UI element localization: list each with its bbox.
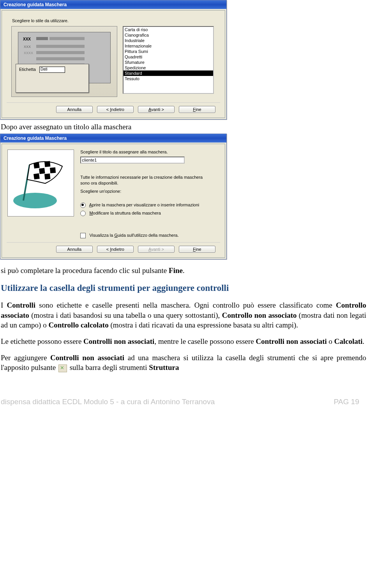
next-button[interactable]: Avanti >	[138, 106, 175, 113]
paragraph-controls: I Controlli sono etichette e caselle pre…	[0, 296, 374, 332]
finish-flag-image	[7, 150, 74, 217]
opt1-text: prire la maschera per visualizzare o ins…	[92, 202, 199, 207]
help-checkbox[interactable]: Visualizza la Guida sull'utilizzo della …	[80, 232, 220, 238]
choose-text: Scegliere un'opzione:	[80, 188, 220, 194]
dialog-title: Creazione guidata Maschera	[0, 134, 226, 143]
help-text: Visualizza la Guida sull'utilizzo della …	[89, 233, 178, 238]
radio-icon	[80, 202, 86, 208]
wizard-dialog-style: Creazione guidata Maschera Scegliere lo …	[0, 0, 227, 120]
dialog-instruction: Scegliere lo stile da utilizzare.	[7, 14, 220, 25]
wizard-dialog-title: Creazione guidata Maschera	[0, 134, 227, 259]
style-option[interactable]: Spedizione	[123, 65, 213, 70]
footer-right: PAG 19	[334, 398, 359, 406]
next-button: Avanti >	[138, 246, 175, 253]
style-option[interactable]: Industriale	[123, 38, 213, 43]
svg-rect-4	[39, 168, 45, 174]
preview-popup: Etichetta Dati	[16, 64, 89, 93]
style-preview: XXX XXX XXXX Etichetta	[11, 26, 117, 97]
paragraph-complete: si può completare la procedura facendo c…	[0, 261, 374, 277]
preview-xxx: XXX	[23, 37, 31, 41]
finish-button[interactable]: Fine	[179, 106, 215, 113]
caption-after-title: Dopo aver assegnato un titolo alla masch…	[0, 121, 374, 134]
svg-rect-5	[50, 167, 56, 173]
heading-toolbox: Utilizzare la casella degli strumenti pe…	[0, 277, 374, 296]
svg-rect-7	[44, 174, 50, 180]
style-option[interactable]: Pittura Sumi	[123, 49, 213, 54]
style-option[interactable]: Sfumature	[123, 60, 213, 65]
cancel-button[interactable]: Annulla	[56, 246, 93, 253]
style-option[interactable]: Standard	[123, 70, 213, 76]
toolbox-icon	[58, 364, 67, 372]
finish-button[interactable]: Fine	[179, 246, 215, 253]
ready-text: Tutte le informazioni necessarie per la …	[80, 174, 205, 186]
paragraph-labels: Le etichette possono essere Controlli no…	[0, 332, 374, 348]
mask-title-input[interactable]	[80, 157, 185, 164]
radio-icon	[80, 211, 86, 216]
paragraph-add: Per aggiungere Controlli non associati a…	[0, 348, 374, 374]
option-modify[interactable]: Modificare la struttura della maschera	[80, 210, 220, 216]
style-option[interactable]: Internazionale	[123, 43, 213, 49]
style-listbox[interactable]: Carta di risoCianograficaIndustrialeInte…	[123, 26, 214, 94]
style-option[interactable]: Cianografica	[123, 32, 213, 38]
checkbox-icon	[80, 233, 86, 238]
footer-left: dispensa didattica ECDL Modulo 5 - a cur…	[1, 398, 215, 406]
option-open[interactable]: Aprire la maschera per visualizzare o in…	[80, 202, 220, 208]
svg-point-0	[13, 193, 57, 208]
preview-data-text: Dati	[39, 67, 65, 73]
page-footer: dispensa didattica ECDL Modulo 5 - a cur…	[0, 374, 367, 414]
svg-rect-3	[44, 161, 50, 167]
back-button[interactable]: < Indietro	[97, 106, 134, 113]
style-option[interactable]: Carta di riso	[123, 27, 213, 32]
button-bar: Annulla < Indietro Avanti > Fine	[7, 242, 220, 257]
button-bar: Annulla < Indietro Avanti > Fine	[7, 102, 220, 118]
dialog-title: Creazione guidata Maschera	[0, 0, 226, 9]
dialog2-instruction: Scegliere il titolo da assegnare alla ma…	[80, 148, 220, 157]
svg-rect-6	[34, 173, 40, 180]
preview-label-text: Etichetta	[19, 67, 36, 72]
cancel-button[interactable]: Annulla	[56, 106, 93, 113]
opt2-text: odificare la struttura della maschera	[93, 211, 161, 215]
svg-rect-2	[34, 162, 40, 169]
style-option[interactable]: Quadretti	[123, 54, 213, 60]
back-button[interactable]: < Indietro	[97, 246, 134, 253]
style-option[interactable]: Tessuto	[123, 76, 213, 81]
